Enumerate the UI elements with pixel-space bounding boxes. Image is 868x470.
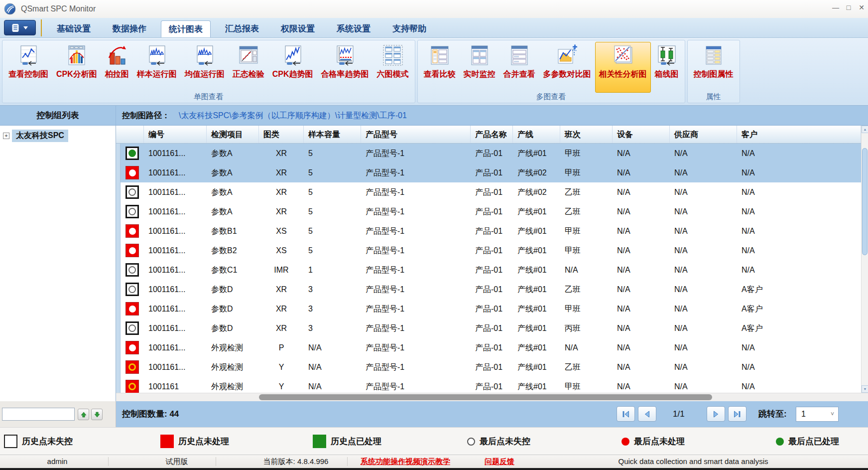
control-chart-table: 编号检测项目图类样本容量产品型号产品名称产线班次设备供应商客户 1001161.… <box>116 126 868 401</box>
menu-tab[interactable]: 数据操作 <box>105 20 154 37</box>
tree-search-input[interactable] <box>2 408 75 421</box>
run-chart-button[interactable]: 样本运行图 <box>133 42 181 93</box>
app-menu-button[interactable] <box>4 20 36 35</box>
table-cell: N/A <box>613 338 670 357</box>
table-row[interactable]: 1001161...参数DXR3产品型号-1产品-01产线#01丙班N/AN/A… <box>116 318 861 338</box>
table-cell: N/A <box>304 338 361 357</box>
path-link[interactable]: \太友科技SPC\参考案例（以工序顺序构建）\计量型检测\工序-01 <box>179 111 407 120</box>
boxplot-button[interactable]: 箱线图 <box>651 42 683 93</box>
table-cell: N/A <box>737 163 861 182</box>
status-icon-box <box>121 263 144 277</box>
menu-tab[interactable]: 权限设置 <box>273 20 322 37</box>
move-down-button[interactable] <box>91 409 103 420</box>
six-grid-button[interactable]: 六图模式 <box>373 42 413 93</box>
jump-to-select[interactable]: 1 ˅ <box>796 407 839 422</box>
horizontal-scrollbar[interactable] <box>116 393 868 401</box>
table-cell: 3 <box>304 280 361 299</box>
chart-props-button[interactable]: 控制图属性 <box>690 42 738 93</box>
status-icon-box <box>121 205 144 218</box>
correlation-button[interactable]: 相关性分析图 <box>595 42 651 93</box>
move-up-button[interactable] <box>78 409 89 420</box>
menu-tab[interactable]: 系统设置 <box>329 20 378 37</box>
statusbar-link[interactable]: 问题反馈 <box>485 455 514 468</box>
previous-page-button[interactable] <box>638 406 656 422</box>
multi-param-button[interactable]: 多参数对比图 <box>539 42 595 93</box>
table-row[interactable]: 1001161...参数B1XS5产品型号-1产品-01产线#01甲班N/AN/… <box>116 221 861 241</box>
cpk-hist-button[interactable]: CPK分析图 <box>52 42 101 93</box>
chevron-down-icon: ˅ <box>831 407 834 421</box>
horizontal-scrollbar-thumb[interactable] <box>259 394 712 400</box>
app-window: QSmart SPC Monitor — □ ✕ 基础设置数据操作统计图表汇总报… <box>0 0 868 470</box>
merge-button[interactable]: 合并查看 <box>499 42 539 93</box>
scroll-down-arrow-icon[interactable]: ▼ <box>862 385 868 393</box>
table-row[interactable]: 1001161...外观检测PN/A产品型号-1产品-01产线#01N/AN/A… <box>116 338 861 357</box>
menu-tab[interactable]: 支持帮助 <box>385 20 434 37</box>
table-cell: N/A <box>670 338 737 357</box>
red-dot-status-icon <box>125 341 139 354</box>
rate-trend-button[interactable]: 合格率趋势图 <box>317 42 373 93</box>
status-icon-box <box>121 147 144 160</box>
scroll-up-arrow-icon[interactable]: ▲ <box>862 126 868 133</box>
table-cell: N/A <box>737 377 861 393</box>
ribbon-group-buttons: 控制图属性 <box>690 42 738 93</box>
row-gutter <box>116 144 121 163</box>
cpk-trend-button[interactable]: CPK趋势图 <box>268 42 317 93</box>
table-cell: N/A <box>613 357 670 377</box>
close-button[interactable]: ✕ <box>855 0 868 15</box>
table-body: 1001161...参数AXR5产品型号-1产品-01产线#01甲班N/AN/A… <box>116 144 861 393</box>
compare-button[interactable]: 查看比较 <box>420 42 460 93</box>
table-cell: 产品-01 <box>471 338 513 357</box>
table-cell: 1001161... <box>144 144 207 163</box>
statusbar-link[interactable]: 系统功能操作视频演示教学 <box>361 455 450 468</box>
menu-bar: 基础设置数据操作统计图表汇总报表权限设置系统设置支持帮助 <box>0 18 868 38</box>
tree-item-root[interactable]: + 太友科技SPC <box>0 126 116 142</box>
table-cell: XR <box>259 202 304 221</box>
table-cell: 产品型号-1 <box>361 357 471 377</box>
table-row[interactable]: 1001161...参数DXR3产品型号-1产品-01产线#01甲班N/AN/A… <box>116 299 861 318</box>
table-row[interactable]: 1001161...参数B2XS5产品型号-1产品-01产线#01甲班N/AN/… <box>116 241 861 260</box>
menu-tab[interactable]: 汇总报表 <box>218 20 266 37</box>
table-cell: 外观检测 <box>207 377 259 393</box>
table-row[interactable]: 1001161...参数AXR5产品型号-1产品-01产线#02乙班N/AN/A… <box>116 182 861 202</box>
table-row[interactable]: 1001161...参数AXR5产品型号-1产品-01产线#02甲班N/AN/A… <box>116 163 861 182</box>
table-row[interactable]: 1001161...参数C1IMR1产品型号-1产品-01产线#01N/AN/A… <box>116 260 861 280</box>
content-header: 控制组列表 控制图路径：\太友科技SPC\参考案例（以工序顺序构建）\计量型检测… <box>0 106 868 126</box>
menu-tab[interactable]: 基础设置 <box>49 20 98 37</box>
mean-run-chart-button[interactable]: 均值运行图 <box>181 42 229 93</box>
status-cell <box>116 338 144 357</box>
table-cell: 产线#02 <box>513 182 560 202</box>
minimize-button[interactable]: — <box>829 0 842 15</box>
table-cell: N/A <box>737 357 861 377</box>
table-cell: 产品-01 <box>471 144 513 163</box>
status-icon-box <box>121 185 144 199</box>
next-page-button[interactable] <box>707 406 725 422</box>
ribbon-group-label: 属性 <box>688 92 740 102</box>
table-cell: N/A <box>613 144 670 163</box>
table-row[interactable]: 1001161...外观检测YN/A产品型号-1产品-01产线#01乙班N/AN… <box>116 357 861 377</box>
table-cell: N/A <box>737 202 861 221</box>
green-up-arrow-icon <box>81 412 87 418</box>
vertical-scrollbar-thumb[interactable] <box>862 148 868 255</box>
menu-tab[interactable]: 统计图表 <box>161 20 211 37</box>
table-row[interactable]: 1001161...参数AXR5产品型号-1产品-01产线#01乙班N/AN/A… <box>116 202 861 221</box>
table-cell: 甲班 <box>560 163 613 182</box>
table-cell: N/A <box>737 144 861 163</box>
pareto-button[interactable]: 柏拉图 <box>101 42 133 93</box>
red-dot-status-icon <box>125 244 139 257</box>
table-cell: N/A <box>670 144 737 163</box>
normal-test-button[interactable]: 正态检验 <box>229 42 268 93</box>
vertical-scrollbar[interactable]: ▲ ▼ <box>861 126 868 393</box>
first-page-button[interactable] <box>617 406 635 422</box>
table-row[interactable]: 1001161...参数DXR3产品型号-1产品-01产线#01乙班N/AN/A… <box>116 280 861 299</box>
maximize-button[interactable]: □ <box>842 0 855 15</box>
last-page-button[interactable] <box>728 406 746 422</box>
row-gutter <box>116 377 121 393</box>
tree-expander-icon[interactable]: + <box>3 133 9 139</box>
table-row[interactable]: 1001161外观检测YN/A产品型号-1产品-01产线#01甲班N/AN/AN… <box>116 377 861 393</box>
table-row[interactable]: 1001161...参数AXR5产品型号-1产品-01产线#01甲班N/AN/A… <box>116 144 861 163</box>
table-cell: 1001161... <box>144 182 207 202</box>
control-chart-button[interactable]: 查看控制图 <box>4 42 52 93</box>
status-dot <box>129 344 136 351</box>
realtime-button[interactable]: 实时监控 <box>460 42 499 93</box>
table-cell: 产线#01 <box>513 144 560 163</box>
